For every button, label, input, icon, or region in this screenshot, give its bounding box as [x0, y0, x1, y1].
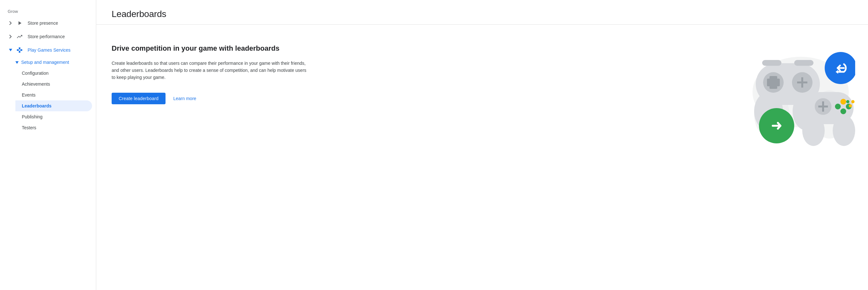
svg-point-20: [833, 115, 855, 146]
chevron-right-icon-performance: [8, 34, 13, 39]
svg-point-31: [851, 100, 855, 103]
sidebar-item-label-store-performance: Store performance: [28, 34, 65, 39]
play-icon: [16, 20, 23, 27]
sidebar-item-setup-management[interactable]: Setup and management: [16, 57, 92, 68]
create-leaderboard-button[interactable]: Create leaderboard: [112, 93, 165, 104]
sidebar-item-label-testers: Testers: [22, 125, 36, 130]
content-section: Drive competition in your game with lead…: [112, 44, 323, 104]
svg-rect-8: [767, 78, 780, 86]
content-description: Create leaderboards so that users can co…: [112, 60, 310, 81]
page-title: Leaderboards: [112, 9, 852, 19]
sidebar-item-leaderboards[interactable]: Leaderboards: [16, 100, 92, 111]
svg-point-26: [840, 99, 846, 104]
svg-point-19: [802, 115, 825, 146]
sidebar-item-events[interactable]: Events: [16, 90, 92, 100]
sidebar-item-label-configuration: Configuration: [22, 71, 49, 76]
sidebar-item-label-publishing: Publishing: [22, 114, 43, 119]
svg-point-32: [849, 104, 852, 107]
chevron-down-icon-setup: [16, 60, 19, 65]
svg-rect-25: [818, 105, 828, 107]
svg-point-29: [840, 108, 846, 114]
svg-rect-13: [762, 60, 781, 66]
sidebar-item-publishing[interactable]: Publishing: [16, 111, 92, 122]
learn-more-link[interactable]: Learn more: [173, 96, 196, 101]
sidebar-item-label-store-presence: Store presence: [28, 21, 58, 26]
illustration-container: [746, 31, 855, 153]
trending-icon: [16, 33, 23, 40]
main-content-area: Leaderboards Drive competition in your g…: [96, 0, 868, 290]
sidebar-item-store-presence[interactable]: Store presence: [0, 17, 92, 30]
svg-rect-14: [794, 60, 813, 66]
gamepad-icon: [16, 46, 23, 54]
sidebar-item-label-events: Events: [22, 92, 36, 98]
page-header: Leaderboards: [96, 0, 868, 25]
sidebar-sub-section: Setup and management Configuration Achie…: [16, 57, 96, 133]
sidebar-item-testers[interactable]: Testers: [16, 122, 92, 133]
sidebar-item-play-games-services[interactable]: Play Games Services: [0, 43, 92, 57]
content-actions: Create leaderboard Learn more: [112, 93, 323, 104]
leaderboard-illustration: [746, 31, 855, 153]
chevron-down-icon-games: [8, 47, 13, 53]
svg-point-28: [835, 104, 841, 109]
sidebar-item-label-setup: Setup and management: [21, 60, 69, 65]
content-headline: Drive competition in your game with lead…: [112, 44, 323, 53]
svg-point-30: [846, 100, 849, 103]
sidebar-item-label-play-games: Play Games Services: [28, 47, 70, 53]
chevron-right-icon: [8, 20, 13, 26]
page-body: Drive competition in your game with lead…: [96, 25, 868, 120]
sidebar-item-achievements[interactable]: Achievements: [16, 78, 92, 90]
sidebar-item-label-leaderboards: Leaderboards: [22, 103, 52, 108]
sidebar-section-grow: Grow: [0, 6, 96, 17]
sidebar-item-label-achievements: Achievements: [22, 82, 50, 87]
sidebar: Grow Store presence Store performance Pl…: [0, 0, 96, 290]
svg-rect-12: [797, 82, 807, 84]
sidebar-item-configuration[interactable]: Configuration: [16, 68, 92, 78]
sidebar-item-store-performance[interactable]: Store performance: [0, 30, 92, 43]
